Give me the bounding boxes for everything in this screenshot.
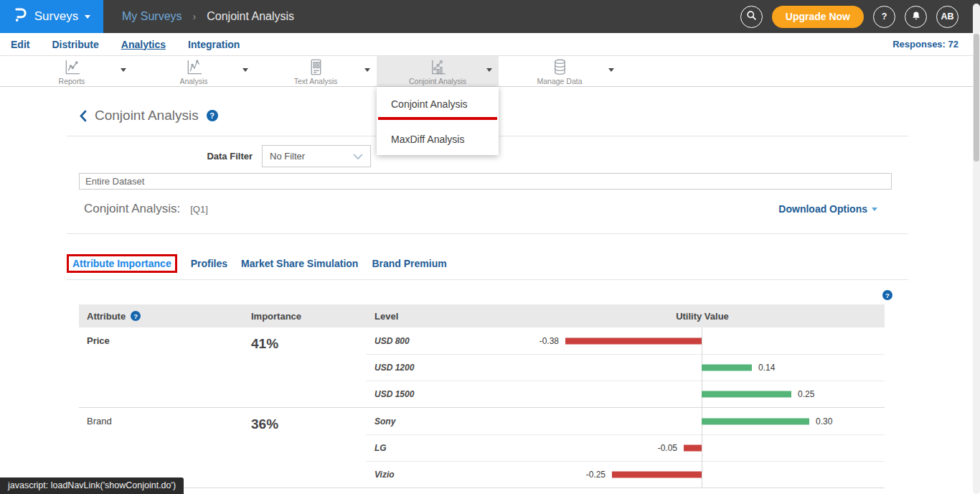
- toolbar-conjoint-analysis[interactable]: Conjoint Analysis: [377, 56, 499, 86]
- analysis-heading-row: Conjoint Analysis: [Q1] Download Options: [84, 202, 877, 216]
- help-icon[interactable]: ?: [207, 110, 218, 121]
- conjoint-analysis-menu: Conjoint Analysis MaxDiff Analysis: [377, 87, 499, 155]
- nav-integration[interactable]: Integration: [188, 39, 240, 50]
- data-filter-label: Data Filter: [67, 151, 262, 162]
- browser-status-bar: javascript: loadNavLink('showConjoint.do…: [0, 477, 184, 494]
- tab-attribute-importance[interactable]: Attribute Importance: [67, 254, 177, 273]
- download-options-link[interactable]: Download Options: [778, 203, 877, 215]
- data-filter-select[interactable]: No Filter: [262, 145, 371, 167]
- breadcrumb-current: Conjoint Analysis: [207, 10, 294, 23]
- level-row: Sony 0.30: [366, 408, 885, 434]
- caret-down-icon[interactable]: [242, 68, 248, 72]
- levels-block: Sony 0.30 LG -0.05 Vizio -0.25: [366, 408, 885, 488]
- utility-value-label: 0.30: [816, 416, 832, 427]
- level-row: LG -0.05: [366, 434, 885, 461]
- attribute-header-label: Attribute: [87, 311, 126, 322]
- toolbar-reports[interactable]: Reports: [11, 56, 133, 86]
- question-reference: [Q1]: [190, 204, 208, 215]
- level-name: USD 800: [366, 336, 520, 346]
- level-row: USD 1500 0.25: [366, 381, 885, 407]
- header-actions: Upgrade Now ? AB: [740, 6, 958, 28]
- toolbar-manage-data[interactable]: Manage Data: [499, 56, 621, 86]
- level-row: Vizio -0.25: [366, 461, 885, 488]
- utility-bar-cell: 0.25: [520, 381, 885, 407]
- database-icon: [551, 58, 569, 76]
- utility-bar-cell: -0.38: [520, 327, 885, 354]
- toolbar-label: Text Analysis: [294, 77, 338, 85]
- caret-down-icon[interactable]: [486, 68, 492, 72]
- reports-chart-icon: [63, 58, 81, 76]
- levels-block: USD 800 -0.38 USD 1200 0.14 USD 1500 0.2…: [366, 327, 885, 407]
- scrollbar-track[interactable]: [973, 4, 980, 494]
- level-name: Sony: [366, 416, 520, 427]
- menu-item-conjoint-analysis[interactable]: Conjoint Analysis: [377, 90, 499, 114]
- help-button[interactable]: ?: [873, 6, 895, 28]
- utility-value-label: 0.14: [758, 363, 775, 373]
- utility-bar: [612, 472, 702, 478]
- tab-market-share-simulation[interactable]: Market Share Simulation: [241, 258, 358, 269]
- breadcrumb-my-surveys[interactable]: My Surveys: [122, 10, 182, 23]
- avatar[interactable]: AB: [936, 6, 958, 28]
- attribute-name: Brand: [79, 408, 244, 488]
- breadcrumb-separator-icon: ›: [193, 11, 197, 22]
- utility-bar-cell: -0.05: [520, 435, 885, 461]
- help-icon[interactable]: ?: [882, 290, 892, 300]
- table-row-brand: Brand 36% Sony 0.30 LG -0.05 Vizio -0.25: [79, 408, 885, 488]
- level-name: USD 1500: [366, 389, 520, 399]
- notifications-button[interactable]: [905, 6, 927, 28]
- column-header-level: Level: [366, 311, 520, 322]
- breadcrumb: My Surveys › Conjoint Analysis: [122, 10, 294, 23]
- level-name: Vizio: [366, 470, 520, 480]
- utility-value-label: -0.38: [520, 336, 559, 346]
- data-filter-value: No Filter: [270, 151, 305, 162]
- menu-item-maxdiff-analysis[interactable]: MaxDiff Analysis: [377, 125, 499, 149]
- caret-down-icon: [85, 15, 90, 19]
- nav-distribute[interactable]: Distribute: [52, 39, 98, 50]
- tab-profiles[interactable]: Profiles: [191, 258, 227, 269]
- importance-value: 41%: [244, 327, 366, 407]
- analytics-toolbar: Reports Analysis Text Analysis Conjoint …: [0, 56, 980, 87]
- questionpro-p-icon: [13, 6, 28, 27]
- analysis-heading: Conjoint Analysis:: [84, 202, 180, 216]
- nav-edit[interactable]: Edit: [11, 39, 29, 50]
- toolbar-label: Reports: [59, 77, 85, 85]
- search-icon: [746, 10, 757, 23]
- nav-analytics[interactable]: Analytics: [121, 39, 166, 50]
- caret-down-icon[interactable]: [364, 68, 370, 72]
- caret-down-icon[interactable]: [608, 68, 614, 72]
- utility-bar: [565, 337, 702, 344]
- download-options-label: Download Options: [778, 203, 867, 215]
- toolbar-analysis[interactable]: Analysis: [133, 56, 255, 86]
- back-chevron-icon[interactable]: [79, 110, 87, 122]
- attribute-importance-table: Attribute ? Importance Level Utility Val…: [79, 304, 885, 488]
- text-analysis-icon: [307, 58, 325, 76]
- level-row: USD 800 -0.38: [366, 327, 885, 354]
- tabs-section: Attribute Importance Profiles Market Sha…: [67, 234, 908, 280]
- tab-brand-premium[interactable]: Brand Premium: [372, 258, 446, 269]
- utility-bar-cell: 0.14: [520, 355, 885, 381]
- utility-bar: [702, 365, 752, 371]
- dataset-field[interactable]: [79, 173, 892, 190]
- level-row: USD 1200 0.14: [366, 354, 885, 381]
- caret-down-icon[interactable]: [121, 68, 126, 72]
- app-logo[interactable]: Surveys: [0, 0, 103, 33]
- column-header-attribute: Attribute ?: [79, 311, 244, 322]
- upgrade-now-button[interactable]: Upgrade Now: [772, 6, 864, 28]
- page-title: Conjoint Analysis: [95, 108, 199, 124]
- table-row-price: Price 41% USD 800 -0.38 USD 1200 0.14 US…: [79, 327, 885, 408]
- search-button[interactable]: [740, 6, 763, 28]
- analysis-chart-icon: [185, 58, 203, 76]
- annotation-red-underline: [378, 117, 497, 120]
- utility-value-label: -0.05: [520, 443, 677, 453]
- importance-value: 36%: [244, 408, 366, 488]
- help-icon[interactable]: ?: [131, 311, 141, 321]
- chevron-down-icon: [353, 151, 363, 162]
- utility-value-label: -0.25: [520, 470, 606, 480]
- utility-bar-cell: 0.30: [520, 408, 885, 434]
- level-name: USD 1200: [366, 363, 520, 373]
- responses-count: Responses: 72: [892, 39, 958, 50]
- scrollbar-thumb[interactable]: [974, 34, 979, 162]
- attribute-name: Price: [79, 327, 244, 407]
- utility-bar: [684, 445, 702, 452]
- toolbar-text-analysis[interactable]: Text Analysis: [255, 56, 377, 86]
